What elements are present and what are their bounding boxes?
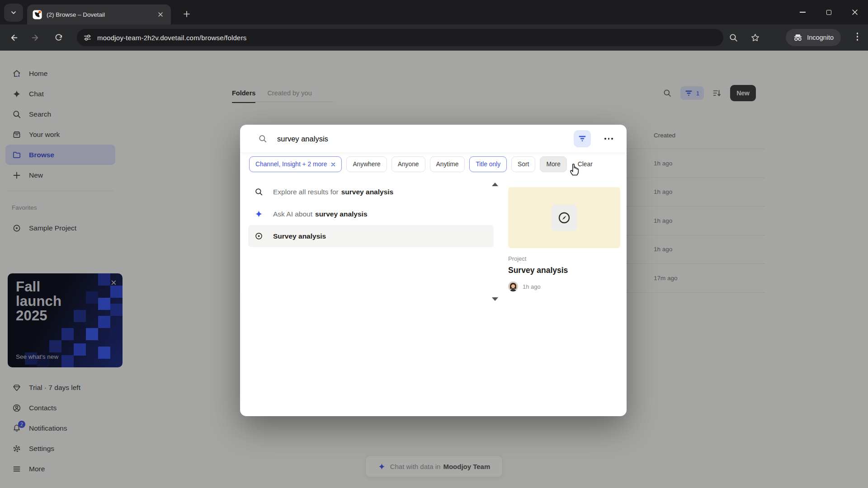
search-tabs-icon[interactable] <box>728 32 739 43</box>
remove-icon[interactable] <box>331 162 335 167</box>
preview-time: 1h ago <box>523 283 541 290</box>
avatar <box>508 282 518 291</box>
browser-tabstrip: (2) Browse – Dovetail <box>0 0 868 24</box>
forward-button[interactable] <box>26 28 44 47</box>
modal-search-input[interactable] <box>277 135 564 143</box>
filter-chip-anyone[interactable]: Anyone <box>392 156 425 172</box>
browser-menu-icon[interactable] <box>857 33 859 41</box>
result-preview: Project Survey analysis 1h ago <box>508 187 620 291</box>
maximize-button[interactable] <box>816 0 842 24</box>
chevron-down-icon <box>10 9 17 16</box>
url-text: moodjoy-team-2h2v.dovetail.com/browse/fo… <box>97 34 247 42</box>
incognito-icon <box>793 33 803 42</box>
browser-toolbar: moodjoy-team-2h2v.dovetail.com/browse/fo… <box>0 24 868 51</box>
close-button[interactable] <box>842 0 868 24</box>
dovetail-favicon <box>33 10 42 19</box>
new-tab-button[interactable] <box>179 6 194 22</box>
result-survey-analysis[interactable]: Survey analysis <box>248 225 494 247</box>
result-explore-all[interactable]: Explore all results forsurvey analysis <box>248 181 494 203</box>
filter-icon <box>578 135 586 142</box>
window-controls <box>789 0 868 24</box>
result-query: survey analysis <box>341 188 393 196</box>
modal-filter-button[interactable] <box>574 130 591 147</box>
modal-more-options-icon[interactable] <box>601 138 617 140</box>
chip-label: Channel, Insight + 2 more <box>255 161 327 168</box>
modal-divider <box>240 153 627 153</box>
bookmark-star-icon[interactable] <box>750 32 760 43</box>
mouse-cursor <box>568 161 581 178</box>
scroll-down-icon[interactable] <box>492 297 498 301</box>
filter-chip-title-only[interactable]: Title only <box>469 156 507 172</box>
compass-icon <box>557 211 571 225</box>
result-title: Survey analysis <box>273 232 326 240</box>
filter-chip-sort[interactable]: Sort <box>511 156 535 172</box>
filter-chip-more[interactable]: More <box>540 156 566 172</box>
reload-button[interactable] <box>50 28 68 47</box>
site-settings-icon[interactable] <box>83 33 92 42</box>
target-icon <box>255 232 263 240</box>
result-query: survey analysis <box>315 210 367 218</box>
preview-type-label: Project <box>508 255 620 262</box>
result-prefix: Ask AI about <box>273 210 312 218</box>
back-button[interactable] <box>5 28 23 47</box>
search-results: Explore all results forsurvey analysis A… <box>248 181 494 247</box>
app-page: Home Chat Search <box>0 51 868 488</box>
incognito-badge: Incognito <box>786 29 841 46</box>
minimize-button[interactable] <box>789 0 816 24</box>
search-icon <box>255 188 263 196</box>
search-icon <box>258 134 267 143</box>
tab-search-button[interactable] <box>4 4 23 22</box>
scroll-up-icon[interactable] <box>492 183 498 186</box>
result-ask-ai[interactable]: Ask AI aboutsurvey analysis <box>248 203 494 225</box>
screen: (2) Browse – Dovetail <box>0 0 868 488</box>
browser-tab[interactable]: (2) Browse – Dovetail <box>27 5 171 24</box>
tab-close-icon[interactable] <box>156 9 165 19</box>
sparkle-icon <box>255 210 263 218</box>
tab-title: (2) Browse – Dovetail <box>47 11 151 18</box>
preview-title: Survey analysis <box>508 266 620 275</box>
filter-chip-anytime[interactable]: Anytime <box>430 156 465 172</box>
preview-thumbnail[interactable] <box>508 187 620 248</box>
filter-chip-types[interactable]: Channel, Insight + 2 more <box>249 156 342 172</box>
result-prefix: Explore all results for <box>273 188 339 196</box>
url-bar[interactable]: moodjoy-team-2h2v.dovetail.com/browse/fo… <box>77 29 723 46</box>
incognito-label: Incognito <box>807 34 834 41</box>
filter-chip-anywhere[interactable]: Anywhere <box>346 156 387 172</box>
